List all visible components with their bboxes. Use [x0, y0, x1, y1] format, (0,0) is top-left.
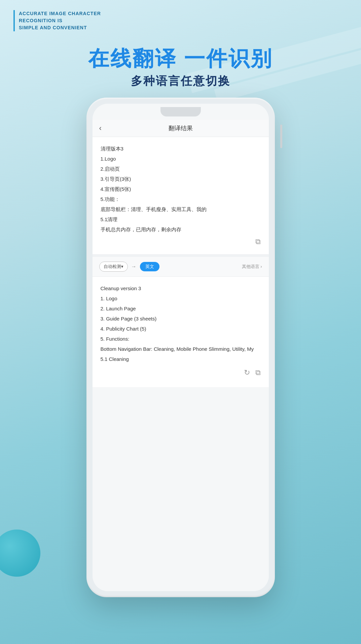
- original-content-area: 清理版本3 1.Logo 2.启动页 3.引导页(3张) 4.宣传图(5张) 5…: [93, 137, 269, 257]
- original-line-6: 5.功能：: [101, 194, 261, 204]
- translated-line-7: Bottom Navigation Bar: Cleaning, Mobile …: [101, 344, 261, 354]
- arrow-icon: →: [131, 264, 137, 270]
- tagline-block: ACCURATE IMAGE CHARACTER RECOGNITION IS …: [13, 10, 101, 31]
- translated-line-3: 2. Launch Page: [101, 304, 261, 314]
- bg-sphere-left: [0, 530, 40, 577]
- original-line-8: 5.1清理: [101, 214, 261, 225]
- auto-detect-button[interactable]: 自动检测▾: [99, 262, 128, 272]
- phone-notch: [160, 107, 201, 116]
- back-button[interactable]: ‹: [99, 125, 102, 132]
- original-line-9: 手机总共内存，已用内存，剩余内存: [101, 225, 261, 235]
- lang-controls-left: 自动检测▾ → 英文: [99, 262, 159, 272]
- original-line-2: 1.Logo: [101, 154, 261, 164]
- original-line-7: 底部导航栏：清理、手机瘦身、实用工具、我的: [101, 204, 261, 214]
- translated-line-5: 4. Publicity Chart (5): [101, 324, 261, 334]
- phone-topbar: [93, 104, 269, 120]
- original-line-5: 4.宣传图(5张): [101, 184, 261, 194]
- translated-line-6: 5. Functions:: [101, 334, 261, 344]
- english-lang-button[interactable]: 英文: [140, 262, 159, 271]
- translation-controls: 自动检测▾ → 英文 其他语言 ›: [93, 257, 269, 277]
- tagline-line2: RECOGNITION IS: [19, 17, 101, 24]
- hero-section: 在线翻译 一件识别 多种语言任意切换: [0, 47, 361, 89]
- copy-original-icon[interactable]: ⧉: [255, 237, 261, 246]
- phone-screen: ‹ 翻译结果 清理版本3 1.Logo 2.启动页 3.引导页(3张) 4.宣传…: [93, 104, 269, 591]
- phone-mockup: ‹ 翻译结果 清理版本3 1.Logo 2.启动页 3.引导页(3张) 4.宣传…: [86, 98, 275, 597]
- nav-title: 翻译结果: [169, 124, 193, 132]
- copy-icon-area: ⧉: [101, 235, 261, 247]
- translated-bottom-icons: ↻ ⧉: [101, 364, 261, 377]
- phone-outer-shell: ‹ 翻译结果 清理版本3 1.Logo 2.启动页 3.引导页(3张) 4.宣传…: [86, 98, 275, 597]
- original-line-4: 3.引导页(3张): [101, 174, 261, 184]
- nav-bar: ‹ 翻译结果: [93, 120, 269, 137]
- translated-line-8: 5.1 Cleaning: [101, 354, 261, 364]
- hero-title: 在线翻译 一件识别: [0, 47, 361, 70]
- tagline-line3: SIMPLE AND CONVENIENT: [19, 24, 101, 31]
- phone-side-button: [280, 125, 282, 148]
- translated-line-1: Cleanup version 3: [101, 283, 261, 294]
- app-screen: ‹ 翻译结果 清理版本3 1.Logo 2.启动页 3.引导页(3张) 4.宣传…: [93, 120, 269, 591]
- original-line-1: 清理版本3: [101, 144, 261, 154]
- refresh-icon[interactable]: ↻: [244, 368, 250, 377]
- other-language-link[interactable]: 其他语言 ›: [242, 264, 262, 270]
- translated-content-area: Cleanup version 3 1. Logo 2. Launch Page…: [93, 277, 269, 387]
- hero-subtitle: 多种语言任意切换: [0, 73, 361, 89]
- translated-line-2: 1. Logo: [101, 294, 261, 304]
- translated-line-4: 3. Guide Page (3 sheets): [101, 314, 261, 324]
- tagline-line1: ACCURATE IMAGE CHARACTER: [19, 10, 101, 17]
- original-line-3: 2.启动页: [101, 164, 261, 174]
- copy-translated-icon[interactable]: ⧉: [255, 368, 261, 377]
